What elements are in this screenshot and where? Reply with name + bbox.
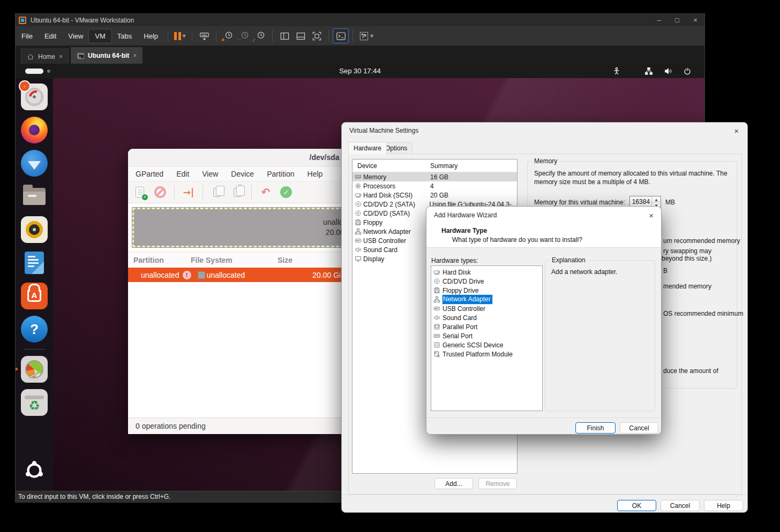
sound-icon [355, 246, 362, 253]
close-icon[interactable]: × [59, 53, 63, 60]
close-button[interactable]: × [686, 14, 704, 26]
copy-button[interactable] [211, 186, 223, 199]
menu-edit[interactable]: Edit [39, 29, 62, 43]
menu-help[interactable]: Help [138, 29, 164, 43]
help-button[interactable]: Help [704, 500, 743, 511]
maximize-button[interactable]: □ [668, 14, 686, 26]
dock-disks-utility[interactable]: ◦ [21, 83, 48, 110]
tab-home[interactable]: Home × [21, 49, 69, 64]
show-thumbnail-bar-button[interactable] [292, 28, 309, 43]
menu-vm[interactable]: VM [89, 29, 111, 43]
column-summary[interactable]: Summary [430, 162, 458, 170]
close-icon[interactable]: × [734, 126, 739, 135]
speaker-icon [26, 221, 43, 238]
gparted-menu-view[interactable]: View [197, 168, 223, 180]
device-row-processors[interactable]: Processors 4 [352, 181, 517, 191]
hw-type-sound-card[interactable]: Sound Card [431, 313, 542, 322]
left-panel-icon [280, 31, 290, 41]
dock-thunderbird[interactable] [21, 150, 48, 177]
hw-type-generic-scsi[interactable]: Generic SCSI Device [431, 340, 542, 349]
usb-icon [355, 237, 362, 244]
hw-type-hard-disk[interactable]: Hard Disk [431, 268, 542, 277]
network-icon[interactable] [644, 67, 653, 75]
tab-hardware[interactable]: Hardware [348, 142, 387, 154]
remove-hardware-button[interactable]: Remove [478, 478, 517, 489]
dock-help[interactable]: ? [21, 316, 48, 343]
close-icon[interactable]: × [649, 211, 654, 220]
show-library-button[interactable] [276, 28, 292, 43]
gparted-menu-help[interactable]: Help [302, 168, 328, 180]
chevron-down-icon[interactable]: ▼ [370, 34, 373, 39]
copy-icon [213, 188, 221, 197]
terminal-icon [336, 31, 346, 41]
dock-libreoffice-writer[interactable] [21, 249, 48, 276]
hw-type-cddvd-drive[interactable]: CD/DVD Drive [431, 277, 542, 286]
dock-app-center[interactable]: A [21, 283, 48, 309]
toolbar-separator [272, 30, 273, 42]
minimize-button[interactable]: – [650, 14, 668, 26]
column-file-system[interactable]: File System [191, 256, 278, 264]
cancel-button[interactable]: Cancel [661, 500, 700, 511]
device-row-hard-disk[interactable]: Hard Disk (SCSI) 20 GB [352, 191, 517, 200]
menu-file[interactable]: File [16, 29, 39, 43]
column-size[interactable]: Size [278, 256, 292, 264]
hw-type-parallel-port[interactable]: Parallel Port [431, 322, 542, 331]
suspend-button[interactable]: ▼ [172, 28, 188, 43]
column-device[interactable]: Device [352, 162, 430, 170]
add-hardware-button[interactable]: Add... [434, 478, 473, 489]
menu-view[interactable]: View [62, 29, 89, 43]
revert-snapshot-button[interactable]: ← [236, 28, 252, 43]
toolbar-separator [352, 30, 353, 42]
device-list-header: Device Summary [352, 159, 517, 172]
hw-type-network-adapter[interactable]: Network Adapter [431, 295, 542, 304]
hw-type-tpm[interactable]: Trusted Platform Module [431, 349, 542, 359]
chevron-down-icon[interactable]: ▼ [182, 34, 185, 39]
device-row-memory[interactable]: Memory 16 GB [352, 172, 517, 181]
vmware-titlebar[interactable]: Ubuntu 64-bit - VMware Workstation – □ × [16, 14, 704, 26]
resize-partition-button[interactable]: →| [182, 186, 195, 199]
undo-button[interactable]: ↶ [259, 186, 272, 199]
send-ctrl-alt-del-button[interactable] [196, 28, 212, 43]
dock-firefox[interactable] [21, 117, 48, 143]
dock-gparted[interactable] [21, 356, 48, 383]
delete-partition-button[interactable] [154, 186, 167, 199]
fullscreen-button[interactable] [309, 28, 325, 43]
volume-icon[interactable] [664, 67, 672, 75]
hw-type-usb-controller[interactable]: USB Controller [431, 304, 542, 313]
unity-mode-button[interactable]: ▼ [357, 28, 376, 43]
ok-button[interactable]: OK [617, 500, 656, 511]
ubuntu-dock: ◦ A ? [16, 78, 53, 491]
memory-group-label: Memory [532, 157, 559, 165]
column-partition[interactable]: Partition [128, 256, 191, 264]
hw-type-floppy-drive[interactable]: Floppy Drive [431, 286, 542, 295]
finish-button[interactable]: Finish [575, 422, 616, 434]
gparted-menu-partition[interactable]: Partition [261, 168, 299, 180]
floppy-icon [433, 287, 440, 294]
gparted-menu-edit[interactable]: Edit [171, 168, 194, 180]
dock-rhythmbox[interactable] [21, 216, 48, 243]
hw-type-serial-port[interactable]: Serial Port [431, 331, 542, 340]
new-partition-button[interactable]: + [133, 186, 146, 199]
wizard-cancel-button[interactable]: Cancel [620, 422, 658, 434]
apply-button[interactable]: ✓ [280, 186, 292, 199]
close-icon[interactable]: × [133, 52, 137, 59]
topbar-clock[interactable]: Sep 30 17:44 [16, 67, 704, 75]
warning-icon: ! [183, 271, 191, 279]
take-snapshot-button[interactable]: + [220, 28, 236, 43]
dock-show-apps-ubuntu[interactable] [21, 457, 48, 484]
spin-up-icon[interactable]: ▲ [652, 196, 661, 202]
gparted-menu-device[interactable]: Device [226, 168, 259, 180]
menu-tabs[interactable]: Tabs [111, 29, 138, 43]
accessibility-icon[interactable] [612, 67, 621, 75]
dock-trash[interactable]: ♻ [21, 389, 48, 416]
console-view-button[interactable] [333, 28, 349, 43]
hardware-types-list[interactable]: Hard Disk CD/DVD Drive Floppy Drive Netw… [431, 265, 543, 411]
dock-files[interactable] [21, 183, 48, 210]
manage-snapshots-button[interactable]: ⌐ [252, 28, 268, 43]
paste-button[interactable] [231, 186, 244, 199]
gparted-menu-gparted[interactable]: GParted [130, 168, 169, 180]
tab-ubuntu-vm[interactable]: Ubuntu 64-bit × [71, 47, 142, 64]
system-tray[interactable] [612, 67, 692, 75]
cpu-icon [355, 183, 362, 189]
power-icon[interactable] [683, 67, 692, 75]
